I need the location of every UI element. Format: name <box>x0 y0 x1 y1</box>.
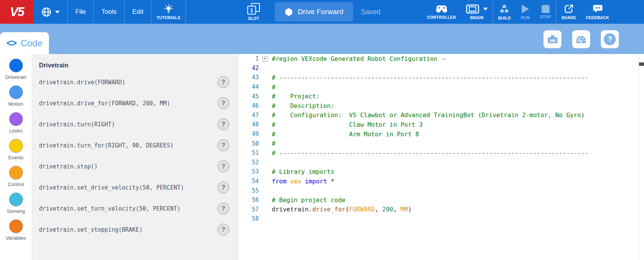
command-text[interactable]: drivetrain.turn_for(RIGHT, 90, DEGREES) <box>39 142 174 149</box>
sidebar-item-looks[interactable]: Looks <box>0 112 32 139</box>
build-label: BUILD <box>498 16 511 20</box>
code-token-comment: # Description: <box>272 102 334 110</box>
code-token-comment: # --------------------------------------… <box>272 74 588 81</box>
command-help-button[interactable]: ? <box>217 203 229 214</box>
line-number: 43 <box>238 74 259 81</box>
sidebar-item-drivetrain[interactable]: Drivetrain <box>0 59 32 85</box>
code-line: 57drivetrain.drive_for(FORWARD, 200, MM) <box>238 205 644 214</box>
slot-button[interactable]: 1 SLOT <box>242 0 265 24</box>
dashboard-button[interactable] <box>572 30 590 48</box>
sidebar-item-motion[interactable]: Motion <box>0 85 32 112</box>
menu-edit[interactable]: Edit <box>125 0 151 24</box>
command-help-button[interactable]: ? <box>217 76 229 88</box>
sidebar-item-sensing[interactable]: Sensing <box>0 193 32 219</box>
feedback-bubble-icon <box>592 4 603 14</box>
menu-edit-label: Edit <box>132 8 143 16</box>
command-text[interactable]: drivetrain.drive_for(FORWARD, 200, MM) <box>39 100 170 107</box>
line-number: 1 <box>238 55 259 62</box>
code-text: # Project: <box>270 93 320 100</box>
tab-code[interactable]: <> Code <box>0 32 49 54</box>
gauge-icon <box>575 34 587 45</box>
code-editor[interactable]: 1+#region VEXcode Generated Robot Config… <box>238 54 644 260</box>
hexagon-icon <box>285 8 293 16</box>
menu-tools[interactable]: Tools <box>94 0 124 24</box>
code-line: 1+#region VEXcode Generated Robot Config… <box>238 54 644 64</box>
line-number: 52 <box>238 159 259 166</box>
command-help-button[interactable]: ? <box>217 139 229 151</box>
line-number: 50 <box>238 140 259 147</box>
code-line: 42 <box>238 64 644 73</box>
build-button[interactable]: BUILD <box>493 0 516 24</box>
scrollbar-thumb[interactable] <box>639 62 644 66</box>
menu-file[interactable]: File <box>68 0 93 24</box>
code-token-plain: , <box>375 206 382 213</box>
sidebar-item-control[interactable]: Control <box>0 166 32 193</box>
tutorials-button[interactable]: TUTORIALS <box>151 0 185 24</box>
code-token-fn: drive_for <box>312 206 346 213</box>
code-token-comment: # <box>272 83 276 91</box>
sidebar-item-variables[interactable]: Variables <box>0 219 32 246</box>
line-number: 45 <box>238 93 259 100</box>
category-label: Sensing <box>7 208 25 214</box>
brain-button[interactable]: BRAIN <box>461 0 493 24</box>
code-token-comment: #region VEXcode Generated Robot Configur… <box>272 55 437 62</box>
code-text: # Arm Motor in Port 8 <box>270 131 419 138</box>
command-list: drivetrain.drive(FORWARD)?drivetrain.dri… <box>32 72 238 240</box>
feedback-button[interactable]: FEEDBACK <box>581 0 614 24</box>
language-menu-button[interactable] <box>34 0 67 24</box>
stop-square-icon <box>542 5 550 13</box>
chevron-down-icon <box>55 11 60 13</box>
command-help-button[interactable]: ? <box>217 118 229 130</box>
code-line: 54from vex import * <box>238 177 644 186</box>
command-help-button[interactable]: ? <box>217 97 229 109</box>
fold-ellipsis[interactable]: ⋯ <box>442 55 446 62</box>
code-text: # Library imports <box>270 168 334 175</box>
tutorials-label: TUTORIALS <box>156 15 180 20</box>
command-text[interactable]: drivetrain.stop() <box>39 163 98 170</box>
command-text[interactable]: drivetrain.turn(RIGHT) <box>39 121 115 128</box>
command-text[interactable]: drivetrain.drive(FORWARD) <box>39 79 125 86</box>
feedback-label: FEEDBACK <box>586 15 609 20</box>
code-token-comment: # Begin project code <box>272 196 346 204</box>
line-number: 55 <box>238 187 259 194</box>
plus-box-icon[interactable]: + <box>262 56 268 62</box>
code-text: drivetrain.drive_for(FORWARD, 200, MM) <box>270 206 412 213</box>
command-text[interactable]: drivetrain.set_turn_velocity(50, PERCENT… <box>39 205 180 212</box>
command-text[interactable]: drivetrain.set_drive_velocity(50, PERCEN… <box>39 184 184 191</box>
code-token-plain: drivetrain. <box>272 206 312 213</box>
code-token-kw: import <box>305 178 327 185</box>
code-line: 43# ------------------------------------… <box>238 73 644 82</box>
command-help-button[interactable]: ? <box>217 224 229 235</box>
code-line: 53# Library imports <box>238 167 644 177</box>
v5-logo[interactable]: V5 <box>0 0 34 24</box>
line-number: 53 <box>238 168 259 175</box>
controller-icon <box>435 5 448 13</box>
command-help-button[interactable]: ? <box>217 182 229 193</box>
category-color-dot <box>9 166 23 180</box>
code-line: 49# Arm Motor in Port 8 <box>238 129 644 139</box>
code-token-mod: vex <box>290 178 301 185</box>
project-name-button[interactable]: Drive Forward <box>275 2 353 21</box>
category-color-dot <box>9 219 23 233</box>
stop-button[interactable]: STOP <box>535 0 556 24</box>
fold-expand-icon[interactable]: + <box>260 56 270 62</box>
menu-tools-label: Tools <box>101 8 117 16</box>
command-text[interactable]: drivetrain.set_stopping(BRAKE) <box>39 226 143 233</box>
chevron-down-icon <box>483 8 488 10</box>
code-token-plain <box>287 178 290 185</box>
run-button[interactable]: RUN <box>516 0 535 24</box>
code-brackets-icon: <> <box>6 38 16 49</box>
sidebar-item-events[interactable]: Events <box>0 139 32 166</box>
devices-button[interactable] <box>543 30 561 48</box>
command-row: drivetrain.turn_for(RIGHT, 90, DEGREES)? <box>32 135 238 156</box>
share-button[interactable]: SHARE <box>556 0 581 24</box>
code-token-plain: ( <box>346 206 349 213</box>
controller-button[interactable]: CONTROLLER <box>422 0 461 24</box>
command-help-button[interactable]: ? <box>217 160 229 172</box>
code-token-kw: from <box>272 178 287 185</box>
editor-scrollbar[interactable] <box>639 54 644 260</box>
category-sidebar: DrivetrainMotionLooksEventsControlSensin… <box>0 54 32 260</box>
run-play-icon <box>521 4 530 14</box>
help-button[interactable]: ? <box>601 30 619 48</box>
share-icon <box>564 4 574 14</box>
